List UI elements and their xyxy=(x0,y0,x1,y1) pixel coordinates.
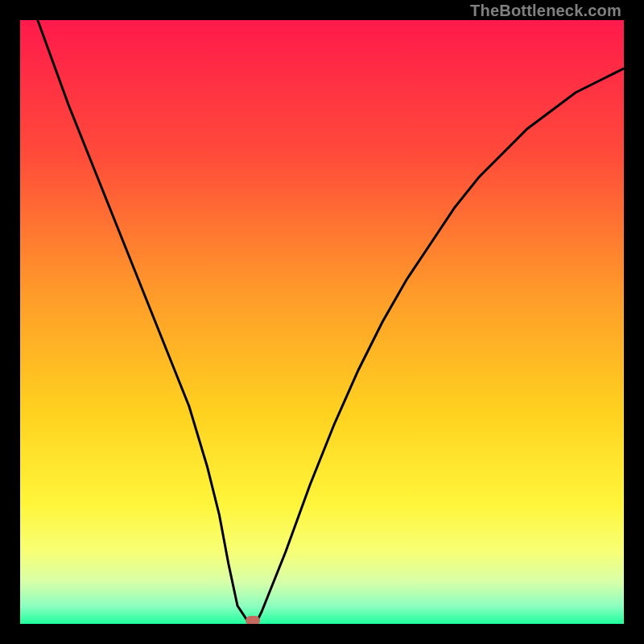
plot-area xyxy=(20,20,624,624)
curve-svg xyxy=(20,20,624,624)
bottleneck-curve xyxy=(20,20,624,624)
watermark-text: TheBottleneck.com xyxy=(470,2,621,20)
outer-frame: TheBottleneck.com xyxy=(0,0,644,644)
optimum-marker xyxy=(246,616,260,624)
